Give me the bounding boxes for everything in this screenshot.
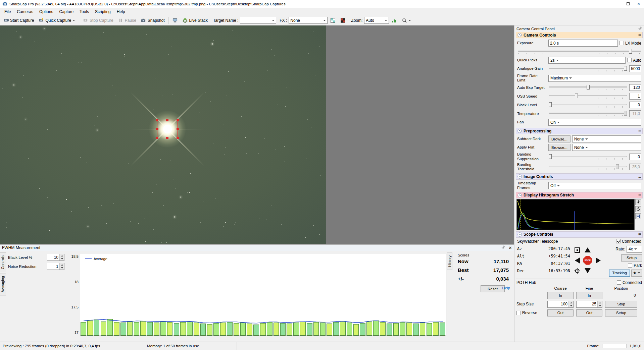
pause-button[interactable]: Pause [116, 16, 138, 24]
exposure-slider[interactable] [517, 48, 641, 55]
stop-capture-button[interactable]: Stop Capture [81, 16, 115, 24]
preprocessing-header[interactable]: Preprocessing ≡ [516, 128, 643, 134]
collapse-icon[interactable] [517, 193, 522, 197]
start-capture-button[interactable]: Start Capture [1, 16, 36, 24]
display-histogram-header[interactable]: Display Histogram Stretch ≡ [516, 192, 643, 198]
poth-connected-checkbox[interactable] [617, 280, 621, 285]
camera-preview-image[interactable] [0, 25, 326, 244]
reset-button[interactable]: Reset [481, 285, 505, 292]
help-link[interactable]: Help [502, 286, 510, 290]
target-name-input[interactable] [240, 17, 276, 24]
fwhm-selection-rectangle[interactable] [157, 120, 178, 138]
scope-connected-checkbox[interactable] [616, 239, 621, 243]
tab-controls[interactable]: Controls [0, 252, 6, 272]
star-menu-button[interactable]: ★ [631, 270, 642, 277]
coarse-step-spinner[interactable]: 100 [547, 301, 574, 308]
reset-stretch-button[interactable] [635, 206, 641, 212]
lx-mode-checkbox[interactable] [620, 41, 624, 45]
camera-controls-header[interactable]: Camera Controls ≡ [516, 32, 643, 38]
reticule-button[interactable] [338, 16, 348, 24]
maximize-button[interactable] [623, 0, 633, 8]
section-menu-icon[interactable]: ≡ [638, 232, 641, 237]
tab-averaging[interactable]: Averaging [0, 273, 6, 295]
pin-icon[interactable] [501, 245, 505, 250]
frame-center-button[interactable] [573, 246, 582, 254]
banding-suppression-slider[interactable] [548, 153, 628, 161]
black-level-slider[interactable] [548, 101, 628, 109]
section-menu-icon[interactable]: ≡ [638, 193, 641, 197]
menu-tools[interactable]: Tools [77, 9, 92, 15]
live-stack-button[interactable]: Live Stack [181, 16, 210, 24]
frame-rate-limit-select[interactable]: Maximum [548, 75, 641, 82]
scope-controls-header[interactable]: Scope Controls ≡ [516, 231, 643, 238]
tracking-button[interactable]: Tracking [609, 270, 630, 277]
auto-stretch-button[interactable] [635, 199, 641, 205]
histogram-display[interactable] [516, 199, 635, 230]
fine-step-spinner[interactable]: 25 [576, 301, 602, 308]
folder-monitor-button[interactable] [170, 16, 180, 24]
park-checkbox[interactable] [628, 263, 632, 268]
analogue-gain-value[interactable]: 5000 [629, 65, 641, 72]
auto-exp-target-value[interactable]: 120 [629, 84, 641, 91]
slew-down-button[interactable] [583, 267, 592, 275]
close-panel-icon[interactable]: ✕ [508, 246, 512, 250]
histogram-button[interactable] [390, 16, 399, 24]
scope-setup-button[interactable]: Setup [621, 254, 642, 261]
slew-right-button[interactable] [594, 256, 602, 265]
rate-select[interactable]: 4x [627, 246, 642, 253]
auto-exp-target-slider[interactable] [548, 84, 628, 91]
fan-select[interactable]: On [548, 119, 641, 126]
section-menu-icon[interactable]: ≡ [638, 174, 641, 179]
menu-file[interactable]: File [1, 9, 14, 15]
minimize-button[interactable] [612, 0, 623, 8]
fine-out-button[interactable]: Out [576, 309, 602, 316]
fx-select[interactable]: None [289, 17, 328, 24]
coarse-out-button[interactable]: Out [547, 309, 574, 316]
timestamp-frames-select[interactable]: Off [548, 182, 641, 189]
quick-capture-button[interactable]: Quick Capture [37, 16, 77, 24]
usb-speed-value[interactable]: 1 [629, 93, 641, 100]
coarse-in-button[interactable]: In [547, 292, 574, 299]
menu-options[interactable]: Options [36, 9, 56, 15]
auto-exposure-checkbox[interactable] [627, 58, 632, 62]
subtract-dark-browse-button[interactable]: Browse... [548, 135, 571, 142]
goto-target-button[interactable] [573, 267, 582, 275]
banding-suppression-value[interactable]: 0 [629, 154, 641, 160]
apply-flat-browse-button[interactable]: Browse... [548, 144, 571, 151]
zoom-select[interactable]: Auto [364, 17, 389, 24]
fwhm-noise-reduction-spinner[interactable]: 1 [47, 263, 64, 270]
section-menu-icon[interactable]: ≡ [638, 33, 641, 38]
collapse-icon[interactable] [517, 232, 522, 237]
usb-speed-slider[interactable] [548, 93, 628, 100]
snapshot-button[interactable]: Snapshot [139, 16, 167, 24]
menu-scripting[interactable]: Scripting [92, 9, 114, 15]
quick-picks-select[interactable]: 2s [548, 57, 626, 64]
menu-cameras[interactable]: Cameras [14, 9, 36, 15]
save-stretch-button[interactable] [635, 213, 641, 219]
fwhm-black-level-spinner[interactable]: 10 [47, 254, 64, 261]
menu-capture[interactable]: Capture [56, 9, 77, 15]
slew-stop-button[interactable]: STOP [583, 256, 592, 265]
magnifier-button[interactable] [400, 16, 413, 24]
reverse-checkbox[interactable] [516, 311, 521, 315]
analogue-gain-slider[interactable] [548, 65, 628, 72]
apply-flat-select[interactable]: None [572, 144, 641, 151]
fine-in-button[interactable]: In [576, 292, 602, 299]
close-button[interactable]: × [633, 0, 644, 8]
image-controls-header[interactable]: Image Controls ≡ [516, 173, 643, 180]
slew-up-button[interactable] [583, 246, 592, 254]
collapse-icon[interactable] [517, 129, 522, 133]
selection-area-button[interactable] [328, 16, 338, 24]
menu-help[interactable]: Help [114, 9, 128, 15]
section-menu-icon[interactable]: ≡ [638, 129, 641, 133]
collapse-icon[interactable] [517, 33, 522, 37]
slew-left-button[interactable] [573, 256, 582, 265]
subtract-dark-select[interactable]: None [572, 135, 641, 142]
focuser-setup-button[interactable]: Setup [605, 309, 637, 316]
black-level-value[interactable]: 0 [629, 102, 641, 108]
pin-icon[interactable] [638, 26, 642, 31]
tab-history[interactable]: History [447, 252, 452, 270]
collapse-icon[interactable] [517, 174, 522, 179]
focuser-stop-button[interactable]: Stop [605, 301, 637, 308]
exposure-input[interactable]: 2.0 s [548, 40, 618, 47]
